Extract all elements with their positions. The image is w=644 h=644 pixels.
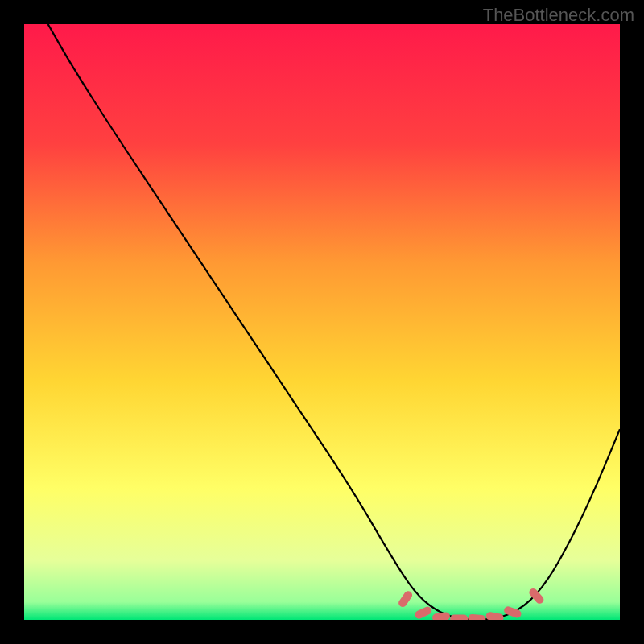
chart-svg	[24, 24, 620, 620]
watermark-text: TheBottleneck.com	[483, 5, 634, 26]
plot-area	[24, 24, 620, 620]
curve-marker	[450, 615, 468, 620]
gradient-background	[24, 24, 620, 620]
chart-container: TheBottleneck.com	[0, 0, 644, 644]
